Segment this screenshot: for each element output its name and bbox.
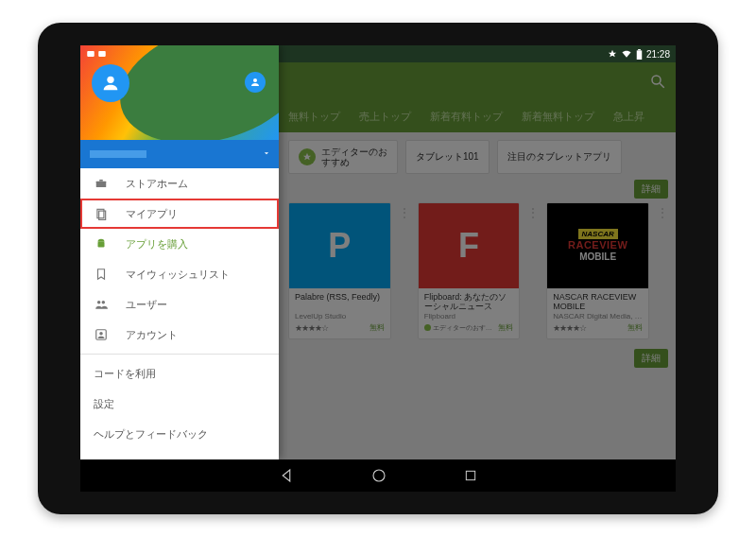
avatar-secondary[interactable] — [245, 72, 266, 93]
bookmark-icon — [94, 268, 109, 281]
chevron-down-icon — [262, 148, 271, 160]
system-nav-bar — [80, 459, 676, 492]
drawer-item-wishlist[interactable]: マイウィッシュリスト — [80, 259, 279, 289]
drawer-item-my-apps[interactable]: マイアプリ — [80, 199, 279, 229]
drawer-items: ストアホーム マイアプリ アプリを購入 マイウィッシュリスト ユーザー — [80, 168, 279, 459]
svg-rect-8 — [96, 182, 107, 187]
image-icon — [97, 49, 107, 59]
svg-rect-12 — [98, 242, 105, 248]
drawer-item-label: マイアプリ — [126, 207, 178, 221]
svg-rect-3 — [638, 49, 641, 50]
account-switcher[interactable] — [80, 140, 279, 168]
avatar-main[interactable] — [92, 64, 129, 102]
screenshot-icon — [86, 49, 95, 59]
drawer-item-label: コードを利用 — [94, 367, 156, 381]
drawer-item-label: ストアホーム — [126, 177, 188, 191]
home-icon[interactable] — [370, 467, 387, 484]
drawer-item-users[interactable]: ユーザー — [80, 289, 279, 320]
divider — [80, 354, 279, 355]
clock: 21:28 — [646, 49, 670, 60]
svg-rect-9 — [99, 180, 103, 182]
drawer-item-store-home[interactable]: ストアホーム — [80, 168, 279, 199]
people-icon — [94, 298, 109, 311]
person-box-icon — [94, 328, 109, 341]
status-bar: 21:28 — [80, 45, 676, 62]
drawer-item-about[interactable]: Googleについて — [80, 449, 279, 459]
svg-point-6 — [107, 77, 113, 83]
svg-rect-2 — [637, 50, 643, 60]
svg-point-19 — [373, 470, 385, 481]
wifi-icon — [621, 49, 632, 59]
back-icon[interactable] — [278, 467, 295, 484]
svg-rect-20 — [466, 471, 474, 479]
star-icon — [608, 49, 617, 59]
drawer-item-buy-apps[interactable]: アプリを購入 — [80, 229, 279, 259]
drawer-item-label: 設定 — [94, 397, 114, 411]
drawer-item-settings[interactable]: 設定 — [80, 389, 279, 419]
drawer-item-label: アカウント — [126, 328, 178, 342]
svg-rect-1 — [98, 51, 106, 57]
account-name-redacted — [90, 150, 146, 158]
drawer-item-help[interactable]: ヘルプとフィードバック — [80, 419, 279, 449]
drawer-item-redeem[interactable]: コードを利用 — [80, 358, 279, 389]
recents-icon[interactable] — [463, 468, 478, 483]
svg-point-7 — [253, 78, 257, 82]
tablet-frame: 21:28 アプリ 無料トップ 売上トップ 新着有料トップ 新着無料トップ 急上… — [38, 23, 718, 514]
drawer-item-label: ユーザー — [126, 298, 167, 312]
drawer-item-account[interactable]: アカウント — [80, 320, 279, 350]
drawer-item-label: マイウィッシュリスト — [126, 268, 230, 282]
battery-icon — [636, 49, 643, 60]
screen: 21:28 アプリ 無料トップ 売上トップ 新着有料トップ 新着無料トップ 急上… — [80, 45, 676, 492]
svg-point-15 — [97, 301, 101, 304]
svg-point-16 — [102, 301, 106, 304]
svg-point-18 — [99, 332, 103, 336]
drawer-item-label: ヘルプとフィードバック — [94, 427, 208, 442]
briefcase-icon — [94, 177, 109, 190]
svg-rect-0 — [87, 51, 94, 57]
library-icon — [94, 207, 109, 220]
android-icon — [94, 237, 109, 251]
drawer-item-label: アプリを購入 — [126, 237, 188, 251]
nav-drawer: ストアホーム マイアプリ アプリを購入 マイウィッシュリスト ユーザー — [80, 45, 279, 459]
